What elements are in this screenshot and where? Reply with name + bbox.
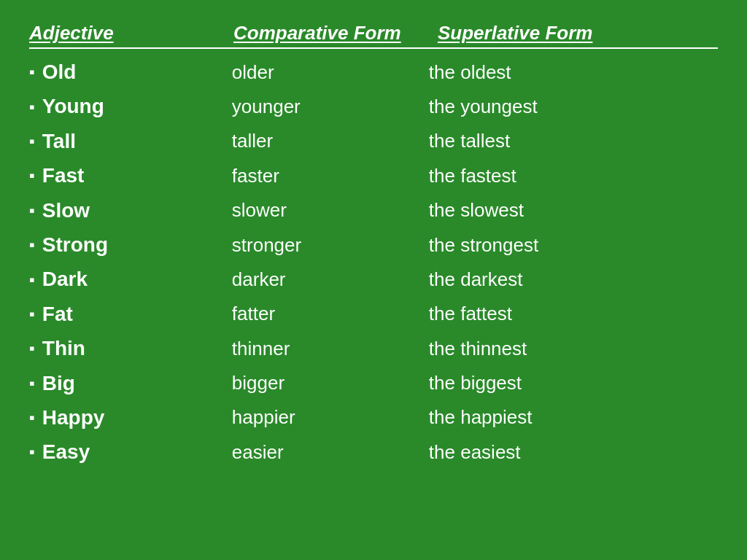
superlative-cell: the happiest: [429, 402, 718, 432]
bullet-icon: ▪: [29, 405, 35, 429]
bullet-icon: ▪: [29, 129, 35, 153]
bullet-icon: ▪: [29, 60, 35, 84]
table-row: ▪ Easy easier the easiest: [29, 435, 718, 469]
adjective-cell: Easy: [42, 436, 232, 467]
bullet-icon: ▪: [29, 198, 35, 222]
comparative-cell: younger: [232, 92, 429, 121]
bullet-icon: ▪: [29, 440, 35, 464]
header-comparative: Comparative Form: [233, 22, 438, 44]
adjective-cell: Fast: [42, 160, 232, 191]
comparative-cell: older: [232, 58, 429, 87]
comparative-cell: happier: [232, 402, 429, 432]
comparative-cell: bigger: [232, 368, 429, 397]
table-row: ▪ Old older the oldest: [29, 55, 718, 89]
superlative-cell: the darkest: [429, 265, 718, 294]
bullet-icon: ▪: [29, 302, 35, 326]
table-row: ▪ Dark darker the darkest: [29, 262, 718, 296]
comparative-cell: stronger: [232, 230, 429, 260]
superlative-cell: the easiest: [429, 438, 718, 467]
comparative-cell: thinner: [232, 334, 429, 363]
adjective-cell: Strong: [42, 229, 232, 260]
comparative-cell: taller: [232, 126, 429, 155]
adjective-cell: Thin: [42, 332, 232, 364]
superlative-cell: the biggest: [429, 368, 718, 397]
comparative-cell: fatter: [232, 299, 429, 328]
comparative-cell: slower: [232, 195, 429, 225]
superlative-cell: the youngest: [429, 92, 718, 121]
adjective-cell: Slow: [42, 195, 232, 226]
adjective-cell: Old: [42, 56, 232, 88]
superlative-cell: the strongest: [429, 230, 718, 260]
bullet-icon: ▪: [29, 268, 35, 292]
superlative-cell: the fastest: [429, 161, 718, 190]
table-row: ▪ Fat fatter the fattest: [29, 297, 718, 331]
adjective-cell: Happy: [42, 402, 232, 433]
table-row: ▪ Strong stronger the strongest: [29, 228, 718, 262]
bullet-icon: ▪: [29, 371, 35, 395]
comparative-cell: easier: [232, 438, 429, 467]
main-container: Adjective Comparative Form Superlative F…: [0, 0, 747, 560]
table-row: ▪ Slow slower the slowest: [29, 193, 718, 228]
bullet-icon: ▪: [29, 95, 35, 119]
table-row: ▪ Big bigger the biggest: [29, 366, 718, 400]
superlative-cell: the oldest: [429, 58, 718, 87]
table-row: ▪ Fast faster the fastest: [29, 158, 718, 192]
table-row: ▪ Tall taller the tallest: [29, 124, 718, 158]
header-adjective: Adjective: [29, 22, 233, 44]
bullet-icon: ▪: [29, 233, 35, 257]
table-body: ▪ Old older the oldest ▪ Young younger t…: [29, 55, 718, 470]
table-header: Adjective Comparative Form Superlative F…: [29, 22, 718, 49]
table-row: ▪ Young younger the youngest: [29, 89, 718, 123]
superlative-cell: the slowest: [429, 195, 718, 225]
adjective-cell: Tall: [42, 125, 232, 157]
header-superlative: Superlative Form: [438, 22, 718, 44]
table-row: ▪ Happy happier the happiest: [29, 400, 718, 435]
comparative-cell: darker: [232, 265, 429, 294]
table-row: ▪ Thin thinner the thinnest: [29, 331, 718, 365]
superlative-cell: the fattest: [429, 299, 718, 328]
adjective-cell: Big: [42, 368, 232, 399]
bullet-icon: ▪: [29, 163, 35, 187]
superlative-cell: the tallest: [429, 126, 718, 155]
adjective-cell: Young: [42, 90, 232, 122]
adjective-cell: Fat: [42, 298, 232, 330]
superlative-cell: the thinnest: [429, 334, 718, 363]
bullet-icon: ▪: [29, 336, 35, 360]
adjective-cell: Dark: [42, 263, 232, 295]
comparative-cell: faster: [232, 161, 429, 190]
